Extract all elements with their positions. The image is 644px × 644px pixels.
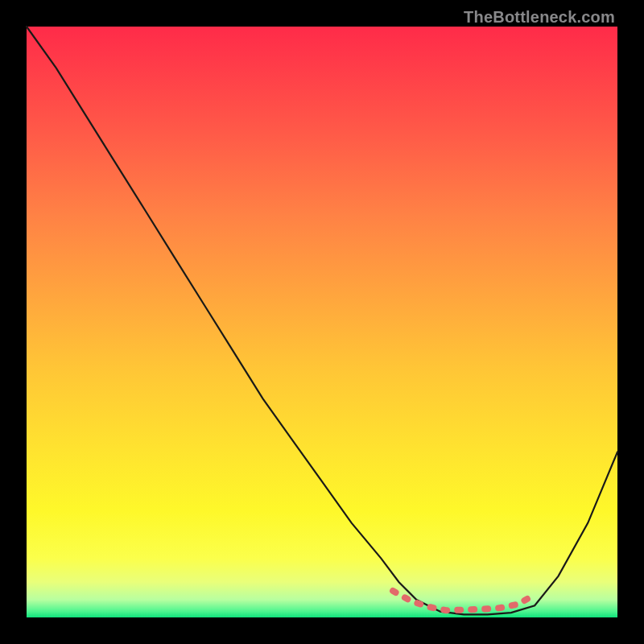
bottleneck-curve-line [27, 27, 617, 614]
chart-wrapper: TheBottleneck.com [0, 0, 644, 644]
optimal-range-dashes [393, 591, 535, 610]
watermark-text: TheBottleneck.com [464, 8, 615, 27]
plot-area [27, 27, 617, 617]
chart-svg [27, 27, 617, 617]
